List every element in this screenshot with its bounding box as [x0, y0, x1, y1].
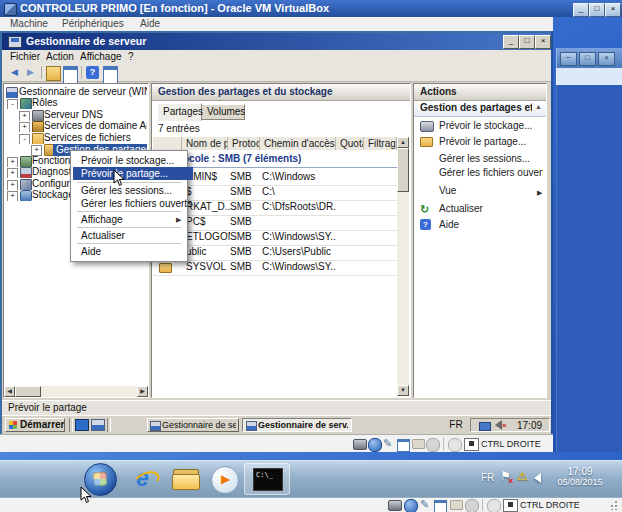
- tab-partages[interactable]: Partages: [157, 103, 202, 121]
- action-refresh[interactable]: ↻ Actualiser: [415, 202, 545, 216]
- wmp-taskbar-icon[interactable]: ▶: [211, 466, 239, 494]
- play-icon: ▶: [221, 472, 230, 486]
- scroll-left-icon[interactable]: ◀: [4, 386, 15, 397]
- taskbar-button-server-manager-active[interactable]: Gestionnaire de serv...: [242, 418, 352, 432]
- host-key-icon: [464, 438, 479, 451]
- collapse-icon[interactable]: -: [7, 99, 18, 109]
- expand-icon[interactable]: +: [7, 157, 18, 167]
- action-manage-open-files[interactable]: Gérer les fichiers ouverts...: [415, 166, 545, 180]
- vm-taskbar: Démarrer Gestionnaire de serveur Gestion…: [2, 415, 551, 435]
- maximize-icon[interactable]: □: [589, 3, 605, 17]
- action-manage-sessions[interactable]: Gérer les sessions...: [415, 152, 545, 166]
- console-window-icon[interactable]: [63, 66, 78, 84]
- cmd-taskbar-button[interactable]: C:\_: [244, 463, 290, 495]
- scroll-right-icon[interactable]: ▶: [137, 386, 148, 397]
- tree-item-dns[interactable]: + Serveur DNS: [4, 110, 147, 121]
- toolbar-separator: [81, 66, 82, 79]
- forward-icon[interactable]: ▶: [24, 66, 37, 79]
- tree-item-active-directory[interactable]: + Services de domaine Active: [4, 121, 147, 132]
- tab-volumes[interactable]: Volumes: [201, 104, 245, 120]
- ie-taskbar-icon[interactable]: e: [132, 465, 160, 493]
- warning-shield-icon[interactable]: ⚠: [517, 469, 528, 483]
- tree-horizontal-scrollbar[interactable]: ◀ ▶: [4, 386, 148, 397]
- features-icon: [20, 156, 32, 167]
- tree-item-roles[interactable]: - Rôles: [4, 98, 147, 109]
- column-quota[interactable]: Quota: [336, 137, 364, 150]
- windows-flag-icon: [9, 421, 17, 429]
- action-view[interactable]: Vue ▶: [415, 184, 545, 198]
- column-name[interactable]: Nom de p...: [182, 137, 228, 150]
- scrollbar-thumb[interactable]: [15, 386, 41, 397]
- help-icon[interactable]: ?: [86, 66, 99, 79]
- collapse-section-icon[interactable]: ▲: [535, 103, 542, 110]
- show-desktop-icon[interactable]: [75, 419, 89, 431]
- server-manager-title: Gestionnaire de serveur: [26, 35, 326, 47]
- expand-icon[interactable]: +: [7, 191, 18, 201]
- scroll-up-icon[interactable]: ▲: [397, 137, 409, 148]
- speaker-muted-icon[interactable]: [495, 420, 502, 430]
- scroll-down-icon[interactable]: ▼: [397, 385, 409, 396]
- menu-item-affichage[interactable]: Affichage: [73, 213, 193, 226]
- storage-icon: [20, 190, 32, 201]
- column-path[interactable]: Chemin d'accès...: [260, 137, 336, 150]
- tree-item-root[interactable]: Gestionnaire de serveur (WIN-JFY7: [4, 87, 147, 98]
- menu-machine[interactable]: Machine: [10, 18, 48, 29]
- list-vertical-scrollbar[interactable]: ▲ ▼: [397, 137, 409, 396]
- scrollbar-thumb[interactable]: [397, 148, 409, 192]
- back-icon[interactable]: ◀: [8, 66, 21, 79]
- tab-label: Partages: [163, 106, 203, 117]
- explorer-taskbar-icon[interactable]: [172, 467, 199, 491]
- tree-item-file-services[interactable]: - Services de fichiers: [4, 133, 147, 144]
- expand-icon[interactable]: +: [19, 111, 30, 121]
- menu-item-manage-open-files[interactable]: Gérer les fichiers ouverts...: [73, 197, 193, 210]
- language-indicator[interactable]: FR: [446, 418, 466, 432]
- server-manager-quicklaunch-icon[interactable]: [91, 419, 105, 431]
- new-window-icon[interactable]: [103, 66, 118, 84]
- menu-item-provision-share[interactable]: Prévoir le partage...: [73, 167, 193, 180]
- close-icon[interactable]: ×: [535, 35, 551, 49]
- column-protocol[interactable]: Protocole: [228, 137, 260, 150]
- menu-action[interactable]: Action: [46, 51, 74, 62]
- virtualbox-titlebar[interactable]: CONTROLEUR PRIMO [En fonction] - Oracle …: [0, 0, 622, 17]
- menu-item-aide[interactable]: Aide: [73, 245, 193, 258]
- expand-icon[interactable]: +: [7, 180, 18, 190]
- menu-item-manage-sessions[interactable]: Gérer les sessions...: [73, 184, 193, 197]
- close-icon[interactable]: ×: [605, 3, 621, 17]
- menu-help[interactable]: ?: [128, 51, 134, 62]
- resize-grip[interactable]: [608, 500, 618, 510]
- action-provision-storage[interactable]: Prévoir le stockage...: [415, 119, 545, 133]
- minimize-icon[interactable]: −: [560, 52, 577, 66]
- network-icon[interactable]: [479, 422, 491, 431]
- actions-section-header[interactable]: Gestion des partages et du s... ▲: [414, 101, 546, 117]
- minimize-icon[interactable]: _: [573, 3, 589, 17]
- menu-affichage[interactable]: Affichage: [80, 51, 122, 62]
- minimize-icon[interactable]: _: [503, 35, 519, 49]
- action-provision-share[interactable]: Prévoir le partage...: [415, 135, 545, 149]
- vm-clock[interactable]: 17:09: [517, 420, 547, 431]
- maximize-icon[interactable]: □: [579, 52, 596, 66]
- share-protocol: SMB: [230, 261, 260, 272]
- menu-fichier[interactable]: Fichier: [10, 51, 40, 62]
- menu-item-actualiser[interactable]: Actualiser: [73, 229, 193, 242]
- close-icon[interactable]: ×: [598, 52, 615, 66]
- menu-item-provision-storage[interactable]: Prévoir le stockage...: [73, 154, 193, 167]
- action-help[interactable]: ? Aide: [415, 218, 545, 232]
- column-icon[interactable]: [153, 137, 182, 150]
- expand-icon[interactable]: +: [19, 122, 30, 132]
- host-clock[interactable]: 17:09 05/08/2015: [545, 466, 615, 492]
- vm-start-button[interactable]: Démarrer: [5, 418, 65, 432]
- shared-folders-icon: [450, 500, 463, 510]
- maximize-icon[interactable]: □: [519, 35, 535, 49]
- expand-icon[interactable]: +: [7, 168, 18, 178]
- column-filter[interactable]: Filtrag...: [364, 137, 397, 150]
- host-language-indicator[interactable]: FR: [481, 472, 499, 483]
- table-row[interactable]: SYSVOL SMB C:\Windows\SY...: [153, 260, 397, 276]
- taskbar-button-server-manager[interactable]: Gestionnaire de serveur: [147, 418, 239, 432]
- menu-peripheriques[interactable]: Périphériques: [62, 18, 124, 29]
- menu-aide[interactable]: Aide: [140, 18, 160, 29]
- server-manager-titlebar[interactable]: Gestionnaire de serveur _ □ ×: [2, 33, 551, 50]
- collapse-icon[interactable]: -: [19, 134, 30, 144]
- export-list-icon[interactable]: [46, 66, 61, 81]
- expand-icon[interactable]: +: [31, 145, 42, 156]
- volume-icon[interactable]: [534, 473, 541, 483]
